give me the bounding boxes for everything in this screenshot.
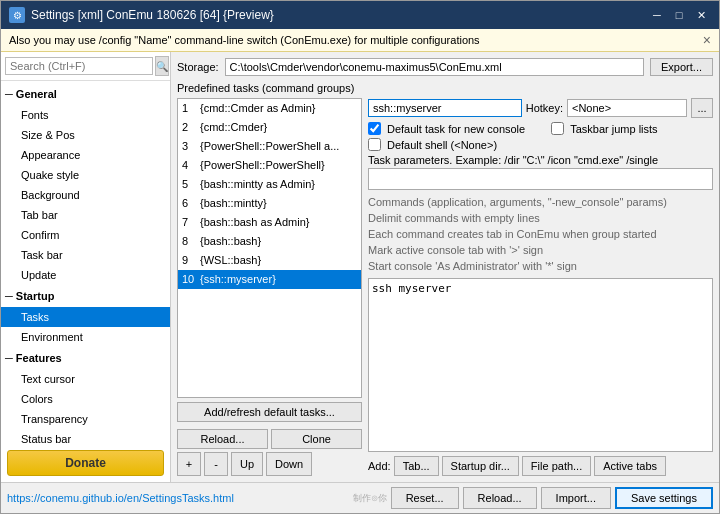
search-button[interactable]: 🔍 <box>155 56 169 76</box>
commands-hint: Commands (application, arguments, "-new_… <box>368 194 713 274</box>
task-item-6[interactable]: 6{bash::mintty} <box>178 194 361 213</box>
task-item-10[interactable]: 10{ssh::myserver} <box>178 270 361 289</box>
window-title: Settings [xml] ConEmu 180626 [64] {Previ… <box>31 8 274 22</box>
storage-label: Storage: <box>177 61 219 73</box>
storage-input[interactable] <box>225 58 644 76</box>
hotkey-input[interactable] <box>567 99 687 117</box>
sidebar-item-background[interactable]: Background <box>1 185 170 205</box>
storage-row: Storage: Export... <box>177 58 713 76</box>
titlebar-left: ⚙ Settings [xml] ConEmu 180626 [64] {Pre… <box>9 7 274 23</box>
task-action-buttons: Reload... Clone <box>177 429 362 449</box>
move-down-button[interactable]: Down <box>266 452 312 476</box>
export-button[interactable]: Export... <box>650 58 713 76</box>
task-nav-row: + - Up Down <box>177 452 362 476</box>
add-refresh-button[interactable]: Add/refresh default tasks... <box>177 402 362 422</box>
sidebar: 🔍 ─ General Fonts Size & Pos Appearance … <box>1 52 171 482</box>
search-input[interactable] <box>5 57 153 75</box>
default-shell-checkbox[interactable] <box>368 138 381 151</box>
bottom-buttons: Reset... Reload... Import... Save settin… <box>391 487 713 509</box>
reload-settings-button[interactable]: Reload... <box>463 487 537 509</box>
taskbar-label: Taskbar jump lists <box>570 123 657 135</box>
maximize-button[interactable]: □ <box>669 6 689 24</box>
tasks-area: 1{cmd::Cmder as Admin} 2{cmd::Cmder} 3{P… <box>177 98 713 476</box>
reset-button[interactable]: Reset... <box>391 487 459 509</box>
donate-button[interactable]: Donate <box>7 450 164 476</box>
startup-dir-button[interactable]: Startup dir... <box>442 456 519 476</box>
sidebar-item-confirm[interactable]: Confirm <box>1 225 170 245</box>
commands-textarea[interactable]: ssh myserver <box>368 278 713 452</box>
sidebar-item-size-pos[interactable]: Size & Pos <box>1 125 170 145</box>
clone-button[interactable]: Clone <box>271 429 362 449</box>
sidebar-item-startup[interactable]: ─ Startup <box>1 285 170 307</box>
add-label: Add: <box>368 460 391 472</box>
sidebar-item-quake-style[interactable]: Quake style <box>1 165 170 185</box>
sidebar-item-general[interactable]: ─ General <box>1 83 170 105</box>
sidebar-item-features[interactable]: ─ Features <box>1 347 170 369</box>
bottom-bar: https://conemu.github.io/en/SettingsTask… <box>1 482 719 513</box>
sidebar-item-appearance[interactable]: Appearance <box>1 145 170 165</box>
notification-close-button[interactable]: × <box>703 32 711 48</box>
hotkey-row: Hotkey: ... <box>368 98 713 118</box>
app-icon: ⚙ <box>9 7 25 23</box>
sidebar-item-status-bar[interactable]: Status bar <box>1 429 170 444</box>
hotkey-dots-button[interactable]: ... <box>691 98 713 118</box>
help-link[interactable]: https://conemu.github.io/en/SettingsTask… <box>7 492 234 504</box>
task-item-2[interactable]: 2{cmd::Cmder} <box>178 118 361 137</box>
save-settings-button[interactable]: Save settings <box>615 487 713 509</box>
notification-text: Also you may use /config "Name" command-… <box>9 34 480 46</box>
titlebar-controls: ─ □ ✕ <box>647 6 711 24</box>
import-button[interactable]: Import... <box>541 487 611 509</box>
default-shell-row: Default shell (<None>) <box>368 138 713 151</box>
sidebar-item-fonts[interactable]: Fonts <box>1 105 170 125</box>
watermark: 制作⊙你 <box>353 492 387 505</box>
task-item-8[interactable]: 8{bash::bash} <box>178 232 361 251</box>
titlebar: ⚙ Settings [xml] ConEmu 180626 [64] {Pre… <box>1 1 719 29</box>
task-item-3[interactable]: 3{PowerShell::PowerShell a... <box>178 137 361 156</box>
search-box: 🔍 <box>1 52 170 81</box>
detail-panel: Hotkey: ... Default task for new console… <box>368 98 713 476</box>
main-window: ⚙ Settings [xml] ConEmu 180626 [64] {Pre… <box>0 0 720 514</box>
task-item-4[interactable]: 4{PowerShell::PowerShell} <box>178 156 361 175</box>
task-item-1[interactable]: 1{cmd::Cmder as Admin} <box>178 99 361 118</box>
params-input[interactable] <box>368 168 713 190</box>
remove-task-button[interactable]: - <box>204 452 228 476</box>
file-path-button[interactable]: File path... <box>522 456 591 476</box>
notification-bar: Also you may use /config "Name" command-… <box>1 29 719 52</box>
task-list-panel: 1{cmd::Cmder as Admin} 2{cmd::Cmder} 3{P… <box>177 98 362 476</box>
default-task-label: Default task for new console <box>387 123 525 135</box>
add-row: Add: Tab... Startup dir... File path... … <box>368 456 713 476</box>
task-item-5[interactable]: 5{bash::mintty as Admin} <box>178 175 361 194</box>
close-button[interactable]: ✕ <box>691 6 711 24</box>
add-tab-button[interactable]: Tab... <box>394 456 439 476</box>
reload-button[interactable]: Reload... <box>177 429 268 449</box>
sidebar-item-environment[interactable]: Environment <box>1 327 170 347</box>
taskbar-checkbox[interactable] <box>551 122 564 135</box>
task-item-7[interactable]: 7{bash::bash as Admin} <box>178 213 361 232</box>
content-area: Storage: Export... Predefined tasks (com… <box>171 52 719 482</box>
predefined-label: Predefined tasks (command groups) <box>177 82 713 94</box>
sidebar-item-tasks[interactable]: Tasks <box>1 307 170 327</box>
params-label: Task parameters. Example: /dir "C:\" /ic… <box>368 154 713 166</box>
move-up-button[interactable]: Up <box>231 452 263 476</box>
add-task-button[interactable]: + <box>177 452 201 476</box>
minimize-button[interactable]: ─ <box>647 6 667 24</box>
active-tabs-button[interactable]: Active tabs <box>594 456 666 476</box>
task-item-9[interactable]: 9{WSL::bash} <box>178 251 361 270</box>
sidebar-item-update[interactable]: Update <box>1 265 170 285</box>
sidebar-tree: ─ General Fonts Size & Pos Appearance Qu… <box>1 81 170 444</box>
sidebar-item-tab-bar[interactable]: Tab bar <box>1 205 170 225</box>
default-task-row: Default task for new console Taskbar jum… <box>368 122 713 135</box>
sidebar-item-task-bar[interactable]: Task bar <box>1 245 170 265</box>
sidebar-item-transparency[interactable]: Transparency <box>1 409 170 429</box>
sidebar-item-text-cursor[interactable]: Text cursor <box>1 369 170 389</box>
default-task-checkbox[interactable] <box>368 122 381 135</box>
task-list: 1{cmd::Cmder as Admin} 2{cmd::Cmder} 3{P… <box>177 98 362 398</box>
default-shell-label: Default shell (<None>) <box>387 139 497 151</box>
task-name-input[interactable] <box>368 99 522 117</box>
main-content: 🔍 ─ General Fonts Size & Pos Appearance … <box>1 52 719 482</box>
hotkey-label: Hotkey: <box>526 102 563 114</box>
sidebar-item-colors[interactable]: Colors <box>1 389 170 409</box>
